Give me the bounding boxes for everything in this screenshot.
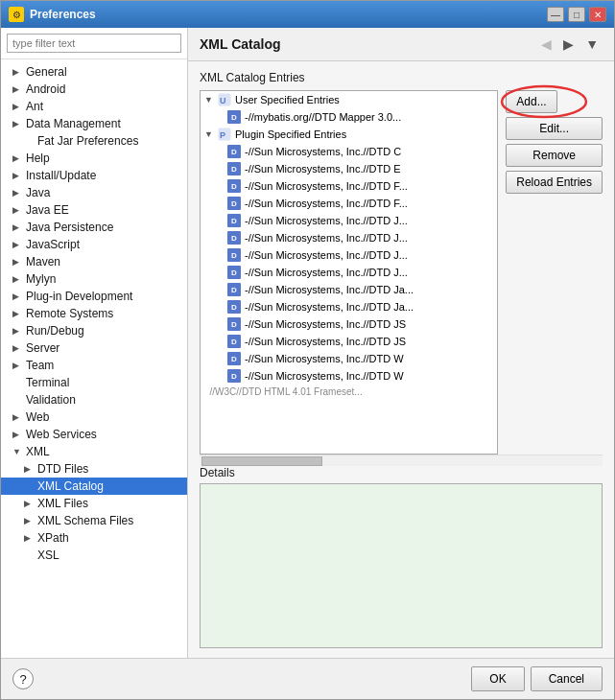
help-button[interactable]: ? — [12, 668, 34, 689]
sidebar-item-xml[interactable]: XML — [1, 443, 187, 460]
maximize-button[interactable]: □ — [568, 7, 585, 22]
search-input[interactable] — [7, 34, 181, 53]
catalog-child-text: -//Sun Microsystems, Inc.//DTD Ja... — [245, 301, 414, 313]
edit-button[interactable]: Edit... — [506, 117, 603, 140]
sidebar-item-label: Java Persistence — [26, 221, 113, 234]
sidebar-item-run-debug[interactable]: Run/Debug — [1, 322, 187, 339]
arrow-icon — [12, 67, 22, 77]
catalog-child-10[interactable]: D -//Sun Microsystems, Inc.//DTD JS — [201, 315, 497, 333]
catalog-child-7[interactable]: D -//Sun Microsystems, Inc.//DTD J... — [201, 264, 497, 281]
sidebar-item-label: XML — [26, 445, 50, 458]
arrow-icon — [12, 102, 22, 111]
catalog-child-text: -//Sun Microsystems, Inc.//DTD E — [245, 163, 401, 175]
nav-arrows: ◀ ▶ ▼ — [537, 35, 603, 53]
dtd-icon: D — [227, 283, 241, 296]
dtd-icon: D — [227, 145, 241, 158]
arrow-icon — [12, 361, 22, 370]
mybatis-entry-text: -//mybatis.org//DTD Mapper 3.0... — [245, 111, 401, 123]
preferences-window: ⚙ Preferences — □ ✕ General — [0, 0, 615, 700]
arrow-icon — [24, 533, 34, 543]
dtd-icon: D — [227, 352, 241, 365]
sidebar-item-java[interactable]: Java — [1, 184, 187, 201]
catalog-child-3[interactable]: D -//Sun Microsystems, Inc.//DTD F... — [201, 195, 497, 212]
nav-dropdown-button[interactable]: ▼ — [581, 35, 603, 53]
mybatis-entry[interactable]: D -//mybatis.org//DTD Mapper 3.0... — [201, 108, 497, 126]
arrow-icon — [12, 343, 22, 353]
catalog-child-text: -//Sun Microsystems, Inc.//DTD J... — [245, 249, 408, 261]
plugin-specified-entry[interactable]: ▼ P Plugin Specified Entries — [201, 126, 497, 143]
sidebar-item-ant[interactable]: Ant — [1, 98, 187, 115]
arrow-icon — [12, 240, 22, 249]
sidebar-item-label: DTD Files — [37, 462, 88, 476]
sidebar-item-web[interactable]: Web — [1, 408, 187, 426]
sidebar-item-install-update[interactable]: Install/Update — [1, 167, 187, 184]
sidebar-item-dtd-files[interactable]: DTD Files — [1, 460, 187, 478]
sidebar-item-xsl[interactable]: XSL — [1, 547, 187, 564]
catalog-child-8[interactable]: D -//Sun Microsystems, Inc.//DTD Ja... — [201, 281, 497, 298]
sidebar-item-mylyn[interactable]: Mylyn — [1, 270, 187, 288]
dtd-icon: D — [227, 110, 241, 124]
sidebar-item-plugin-dev[interactable]: Plug-in Development — [1, 288, 187, 305]
sidebar-item-xml-files[interactable]: XML Files — [1, 495, 187, 512]
catalog-child-1[interactable]: D -//Sun Microsystems, Inc.//DTD E — [201, 160, 497, 177]
catalog-child-11[interactable]: D -//Sun Microsystems, Inc.//DTD JS — [201, 333, 497, 350]
catalog-child-5[interactable]: D -//Sun Microsystems, Inc.//DTD J... — [201, 229, 497, 246]
sidebar-item-help[interactable]: Help — [1, 150, 187, 167]
sidebar-item-android[interactable]: Android — [1, 81, 187, 98]
sidebar-item-xml-catalog[interactable]: XML Catalog — [1, 478, 187, 495]
sidebar-item-java-ee[interactable]: Java EE — [1, 201, 187, 219]
sidebar-item-label: Team — [26, 359, 54, 372]
arrow-icon — [24, 464, 34, 474]
dtd-icon: D — [227, 179, 241, 193]
user-specified-entry[interactable]: ▼ U User Specified Entries — [201, 91, 497, 108]
catalog-child-text: -//Sun Microsystems, Inc.//DTD F... — [245, 180, 408, 192]
minimize-button[interactable]: — — [547, 7, 564, 22]
reload-button[interactable]: Reload Entries — [506, 171, 603, 194]
sidebar-item-fat-jar[interactable]: Fat Jar Preferences — [1, 132, 187, 150]
sidebar-item-team[interactable]: Team — [1, 357, 187, 374]
sidebar-item-java-persistence[interactable]: Java Persistence — [1, 219, 187, 236]
sidebar-item-data-management[interactable]: Data Management — [1, 115, 187, 132]
sidebar-item-web-services[interactable]: Web Services — [1, 426, 187, 443]
sidebar-item-remote-systems[interactable]: Remote Systems — [1, 305, 187, 322]
add-button[interactable]: Add... — [506, 90, 556, 113]
sidebar-item-label: Java — [26, 186, 50, 199]
sidebar-item-label: Run/Debug — [26, 324, 84, 338]
add-btn-container: Add... — [506, 90, 603, 113]
remove-button[interactable]: Remove — [506, 144, 603, 167]
catalog-scrollbar[interactable] — [200, 455, 603, 466]
sidebar-item-maven[interactable]: Maven — [1, 253, 187, 270]
sidebar-item-xpath[interactable]: XPath — [1, 529, 187, 547]
catalog-child-4[interactable]: D -//Sun Microsystems, Inc.//DTD J... — [201, 212, 497, 229]
arrow-icon — [12, 430, 22, 439]
nav-back-button[interactable]: ◀ — [537, 35, 556, 53]
details-box — [200, 483, 603, 648]
nav-forward-button[interactable]: ▶ — [559, 35, 578, 53]
sidebar-item-javascript[interactable]: JavaScript — [1, 236, 187, 253]
ok-button[interactable]: OK — [471, 666, 524, 691]
close-button[interactable]: ✕ — [589, 7, 606, 22]
sidebar-item-validation[interactable]: Validation — [1, 391, 187, 408]
catalog-child-0[interactable]: D -//Sun Microsystems, Inc.//DTD C — [201, 143, 497, 160]
catalog-child-6[interactable]: D -//Sun Microsystems, Inc.//DTD J... — [201, 246, 497, 264]
plugin-specified-label: Plugin Specified Entries — [235, 128, 346, 140]
sidebar-item-xml-schema-files[interactable]: XML Schema Files — [1, 512, 187, 529]
bottom-bar: ? OK Cancel — [1, 658, 614, 699]
arrow-icon — [24, 516, 34, 525]
catalog-child-text: -//Sun Microsystems, Inc.//DTD C — [245, 146, 401, 157]
catalog-child-12[interactable]: D -//Sun Microsystems, Inc.//DTD W — [201, 350, 497, 367]
cancel-button[interactable]: Cancel — [531, 666, 603, 691]
plugin-icon: P — [218, 128, 231, 141]
catalog-child-9[interactable]: D -//Sun Microsystems, Inc.//DTD Ja... — [201, 298, 497, 315]
expand-icon: ▼ — [204, 129, 214, 139]
catalog-child-2[interactable]: D -//Sun Microsystems, Inc.//DTD F... — [201, 177, 497, 195]
sidebar-item-label: JavaScript — [26, 238, 80, 251]
sidebar-item-label: Data Management — [26, 117, 121, 130]
panel-body: XML Catalog Entries ▼ U U — [188, 61, 614, 658]
sidebar-item-terminal[interactable]: Terminal — [1, 374, 187, 391]
sidebar-item-general[interactable]: General — [1, 63, 187, 81]
sidebar-item-server[interactable]: Server — [1, 339, 187, 357]
catalog-child-13[interactable]: D -//Sun Microsystems, Inc.//DTD W — [201, 367, 497, 385]
sidebar-item-label: Maven — [26, 255, 60, 268]
details-label: Details — [200, 466, 603, 479]
